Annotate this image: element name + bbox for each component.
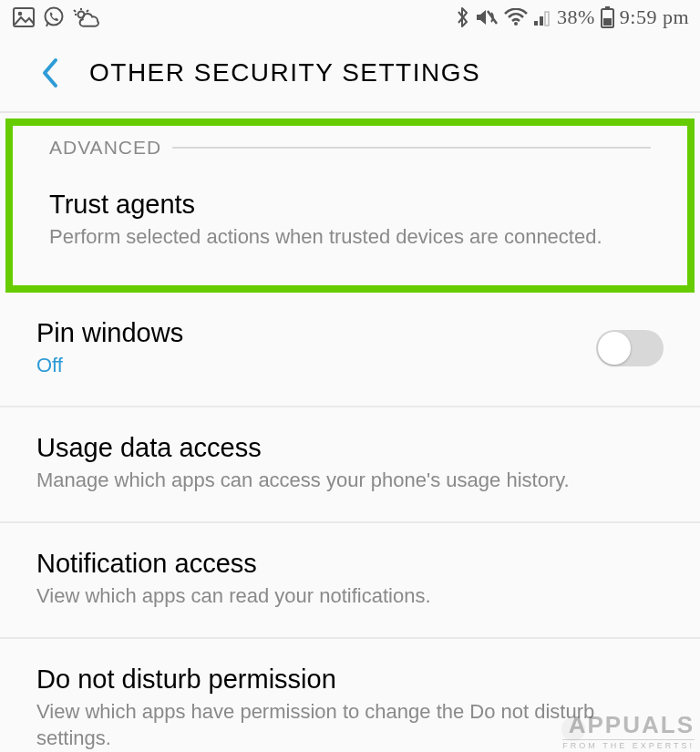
svg-rect-7 (605, 6, 610, 9)
row-trust-agents-sub: Perform selected actions when trusted de… (49, 223, 651, 251)
bluetooth-icon (456, 6, 469, 28)
toggle-knob (598, 332, 631, 365)
status-time: 9:59 pm (620, 5, 689, 29)
row-notification-access[interactable]: Notification access View which apps can … (0, 523, 700, 639)
row-trust-agents[interactable]: Trust agents Perform selected actions wh… (13, 164, 687, 285)
row-usage-data-sub: Manage which apps can access your phone'… (36, 467, 664, 494)
settings-list: ADVANCED Trust agents Perform selected a… (0, 113, 700, 752)
picture-icon (13, 7, 35, 27)
wifi-icon (504, 8, 528, 26)
row-usage-data-title: Usage data access (36, 433, 664, 463)
row-pin-windows-state: Off (36, 352, 578, 379)
battery-icon (601, 6, 614, 28)
row-notification-access-sub: View which apps can read your notificati… (36, 582, 664, 610)
watermark-brand: APPUALS (569, 711, 695, 738)
row-notification-access-title: Notification access (36, 549, 664, 579)
whatsapp-icon (43, 6, 65, 28)
svg-rect-8 (603, 18, 612, 26)
battery-percent: 38% (557, 5, 595, 29)
back-button[interactable] (36, 55, 64, 91)
status-bar: 38% 9:59 pm (0, 0, 700, 35)
page-header: OTHER SECURITY SETTINGS (0, 35, 700, 113)
watermark-tagline: FROM THE EXPERTS! (562, 739, 695, 750)
watermark: APPUALS FROM THE EXPERTS! (562, 713, 695, 750)
row-pin-windows-title: Pin windows (36, 318, 578, 348)
page-title: OTHER SECURITY SETTINGS (89, 58, 480, 88)
row-pin-windows[interactable]: Pin windows Off (0, 293, 700, 408)
section-advanced-label: ADVANCED (13, 126, 687, 164)
svg-point-1 (18, 12, 23, 16)
highlight-annotation: ADVANCED Trust agents Perform selected a… (5, 118, 695, 293)
row-usage-data-access[interactable]: Usage data access Manage which apps can … (0, 407, 700, 523)
section-divider (172, 147, 651, 149)
row-trust-agents-title: Trust agents (49, 190, 651, 220)
chevron-left-icon (40, 57, 60, 89)
mute-vibrate-icon (475, 7, 499, 27)
weather-icon (73, 7, 100, 27)
row-dnd-title: Do not disturb permission (36, 664, 664, 695)
svg-point-5 (514, 22, 518, 26)
signal-icon (533, 8, 551, 26)
svg-rect-0 (14, 8, 34, 26)
section-advanced-text: ADVANCED (49, 137, 161, 159)
pin-windows-toggle[interactable] (596, 330, 664, 366)
